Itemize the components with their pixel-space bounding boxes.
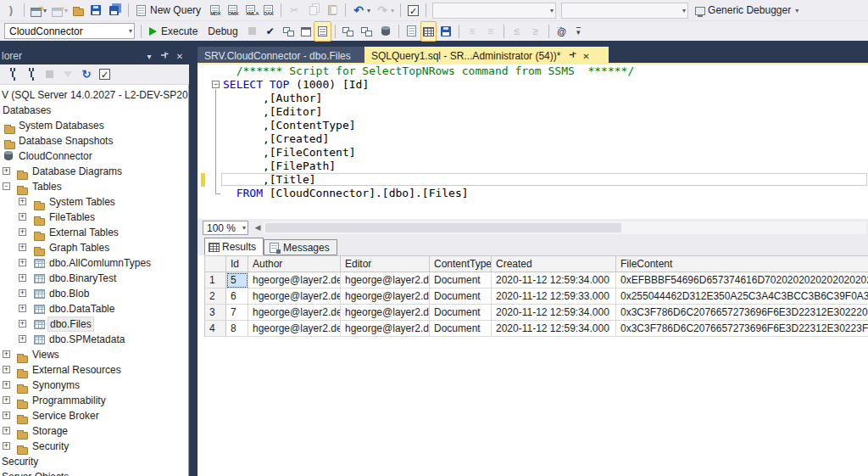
tree-item-filetables[interactable]: +FileTables (0, 210, 188, 225)
column-header-editor[interactable]: Editor (341, 255, 430, 272)
tree-item-synonyms[interactable]: +Synonyms (0, 378, 188, 393)
expand-icon[interactable]: + (19, 289, 26, 297)
expand-icon[interactable]: + (3, 396, 10, 404)
close-icon[interactable] (173, 49, 186, 63)
results-to-file-button[interactable] (437, 22, 455, 41)
intellisense-toggle-button[interactable] (314, 21, 331, 42)
toolbar-combo-2[interactable]: ▾ (561, 3, 688, 19)
live-query-stats-button[interactable] (358, 22, 376, 41)
row-header[interactable]: 4 (204, 321, 226, 337)
expand-icon[interactable]: + (19, 213, 26, 221)
refresh-button[interactable] (77, 65, 96, 84)
document-tab-1[interactable]: SRV.CloudConnector - dbo.Files (198, 47, 364, 64)
actual-plan-button[interactable] (339, 22, 358, 41)
expand-icon[interactable]: + (19, 335, 26, 343)
new-mdx-query-button[interactable]: MDX (206, 1, 224, 20)
expand-icon[interactable]: + (3, 167, 10, 175)
row-header[interactable]: 2 (204, 288, 226, 305)
tree-item-dbo-files[interactable]: +dbo.Files (0, 316, 188, 332)
activity-monitor-button[interactable] (404, 1, 422, 20)
pin-icon[interactable] (565, 49, 579, 63)
grid-cell[interactable]: hgeorge@layer2.de (248, 321, 341, 337)
tree-item-views[interactable]: +Views (0, 347, 188, 362)
sql-editor[interactable]: /****** Script for SelectTopNRows comman… (198, 64, 868, 219)
pin-icon[interactable] (158, 49, 171, 63)
save-button[interactable] (86, 1, 105, 20)
collapse-icon[interactable]: - (3, 182, 10, 190)
toolbar-overflow-button[interactable] (571, 22, 586, 41)
editor-zoom-combo[interactable]: 100 % ▾ (203, 221, 248, 235)
tree-item-server-objects[interactable]: Server Objects (0, 469, 188, 476)
generic-debugger-combo[interactable]: Generic Debugger▾ (691, 1, 803, 20)
expand-icon[interactable]: + (19, 244, 26, 251)
expand-icon[interactable]: + (19, 320, 26, 328)
client-statistics-button[interactable] (376, 22, 395, 41)
tree-item-programmability[interactable]: +Programmability (0, 393, 188, 408)
parse-button[interactable] (261, 22, 280, 41)
expand-icon[interactable]: + (19, 305, 26, 312)
tree-item-external-tables[interactable]: +External Tables (0, 225, 188, 240)
expand-icon[interactable]: + (3, 427, 10, 434)
grid-cell[interactable]: hgeorge@layer2.de (248, 305, 341, 321)
tree-item-dbo-spmetadata[interactable]: +dbo.SPMetadata (0, 332, 188, 347)
clipped-button[interactable] (2, 1, 20, 20)
grid-cell[interactable]: Document (430, 305, 492, 321)
grid-cell[interactable]: Document (430, 321, 492, 337)
grid-cell[interactable]: 0x255044462D312E350A25C3A4C3BCC3B6C39F0A… (616, 288, 868, 305)
grid-cell[interactable]: 2020-11-12 12:59:33.000 (492, 288, 616, 305)
tree-item-cloudconnector[interactable]: CloudConnector (0, 148, 188, 164)
expand-icon[interactable]: + (3, 366, 10, 373)
new-dmx-query-button[interactable]: DMX (224, 1, 242, 20)
tree-item-security[interactable]: Security (0, 454, 188, 469)
query-options-button[interactable] (298, 22, 314, 41)
grid-cell[interactable]: 5 (226, 272, 248, 288)
grid-cell[interactable]: Document (430, 288, 492, 305)
expand-icon[interactable]: + (3, 350, 10, 358)
add-new-item-button[interactable]: ▾ (28, 1, 49, 20)
grid-cell[interactable]: 6 (226, 288, 248, 305)
new-query-button[interactable]: New Query (132, 1, 206, 20)
tree-item-system-tables[interactable]: +System Tables (0, 194, 188, 210)
grid-cell[interactable]: hgeorge@layer2.de (248, 288, 341, 305)
disconnect-button[interactable] (22, 65, 41, 84)
expand-icon[interactable]: + (3, 381, 10, 389)
tree-item-graph-tables[interactable]: +Graph Tables (0, 240, 188, 255)
grid-cell[interactable]: hgeorge@layer2.de (341, 288, 430, 305)
undo-button[interactable]: ▾ (349, 1, 373, 20)
collapse-region-icon[interactable]: − (212, 81, 220, 88)
estimated-plan-button[interactable] (280, 22, 298, 41)
expand-icon[interactable]: + (19, 259, 26, 266)
grid-cell[interactable]: 2020-11-12 12:59:34.000 (492, 305, 616, 321)
tree-item-dbo-datatable[interactable]: +dbo.DataTable (0, 301, 188, 316)
expand-icon[interactable]: + (3, 442, 10, 450)
grid-cell[interactable]: hgeorge@layer2.de (341, 305, 430, 321)
expand-icon[interactable]: + (3, 412, 10, 419)
toolbar-combo-1[interactable]: ▾ (432, 3, 556, 19)
tree-item-database-diagrams[interactable]: +Database Diagrams (0, 164, 188, 179)
grid-cell[interactable]: hgeorge@layer2.de (248, 272, 341, 288)
window-position-icon[interactable] (142, 49, 156, 63)
column-header-id[interactable]: Id (226, 255, 248, 272)
close-tab-icon[interactable] (579, 49, 593, 63)
expand-icon[interactable]: + (19, 198, 26, 205)
column-header-created[interactable]: Created (492, 255, 616, 272)
debug-button[interactable]: Debug (203, 22, 242, 41)
grid-cell[interactable]: 0x3C3F786D6C2076657273696F6E3D22312E3022… (616, 321, 868, 337)
save-all-button[interactable] (105, 1, 125, 20)
tree-item-security[interactable]: +Security (0, 439, 188, 454)
grid-cell[interactable]: 0x3C3F786D6C2076657273696F6E3D22312E3022… (616, 305, 868, 321)
hscroll-left-arrow[interactable]: ◀ (252, 221, 264, 234)
activity-monitor-button[interactable] (96, 65, 114, 84)
tree-item-tables[interactable]: -Tables (0, 179, 188, 194)
grid-cell[interactable]: 8 (226, 321, 248, 337)
grid-cell[interactable]: Document (430, 272, 492, 288)
tree-item-database-snapshots[interactable]: Database Snapshots (0, 133, 188, 148)
column-header-author[interactable]: Author (248, 255, 341, 272)
open-file-button[interactable] (70, 1, 86, 20)
row-header[interactable]: 1 (204, 272, 226, 288)
grid-cell[interactable]: 0xEFBBBF54696D657374616D7020202020202020… (616, 272, 868, 288)
results-tab-messages[interactable]: Messages (264, 239, 337, 255)
tree-item-dbo-binarytest[interactable]: +dbo.BinaryTest (0, 271, 188, 286)
tree-item-v-sql-server-14-0-2027-l2-dev-[interactable]: V (SQL Server 14.0.2027 - L2-DEV-SP2016\… (0, 87, 188, 103)
grid-corner-header[interactable] (204, 255, 226, 272)
